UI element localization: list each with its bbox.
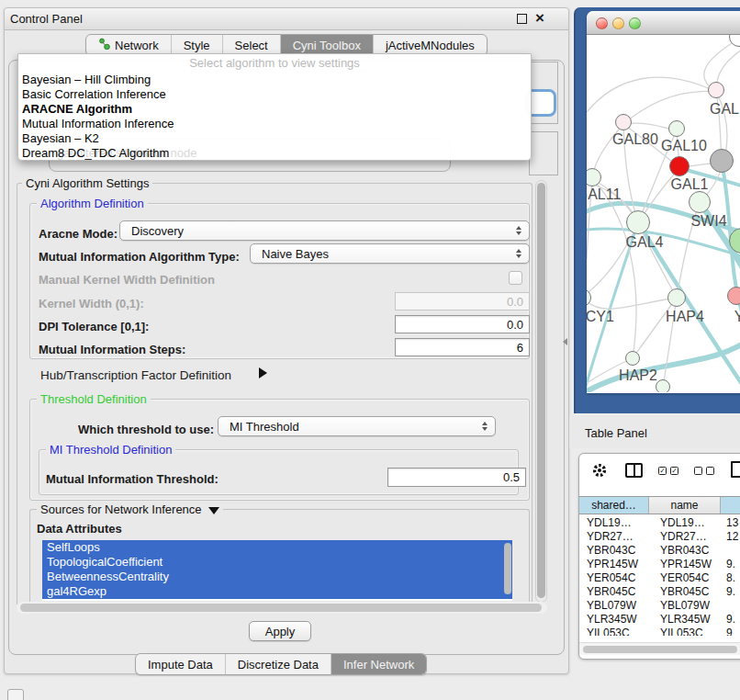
table-row[interactable]: YDL19…YDL19…13 [579, 516, 740, 530]
column-header[interactable]: name [649, 497, 721, 514]
data-attributes-list[interactable]: SelfLoopsTopologicalCoefficientBetweenne… [42, 540, 512, 601]
apply-button[interactable]: Apply [249, 621, 311, 641]
tab-impute-data[interactable]: Impute Data [136, 654, 225, 674]
network-node[interactable] [710, 149, 734, 173]
uncheck-all-icon[interactable] [706, 467, 714, 475]
mi-threshold-label: Mutual Information Threshold: [46, 472, 219, 486]
table-row[interactable]: YER054CYER054C8. [579, 571, 740, 585]
network-node-swi4[interactable] [689, 191, 711, 213]
check-all-icon[interactable]: ✓ [670, 467, 678, 475]
bottom-tabbar: Impute DataDiscretize DataInfer Network [135, 653, 427, 675]
float-window-icon[interactable] [517, 14, 527, 24]
panel-title: Control Panel [10, 12, 83, 26]
network-node-hap4[interactable] [667, 288, 686, 307]
table-cell: YER054C [579, 571, 649, 585]
mi-algorithm-type-select[interactable]: Naive Bayes [250, 243, 530, 264]
mi-algorithm-type-label: Mutual Information Algorithm Type: [39, 250, 240, 264]
algorithm-option[interactable]: Basic Correlation Inference [18, 87, 531, 102]
network-node-gal[interactable] [708, 82, 724, 98]
threshold-definition-title: Threshold Definition [37, 392, 151, 406]
network-node-gal1[interactable] [669, 156, 690, 176]
algorithm-option[interactable]: Mutual Information Inference [18, 117, 531, 131]
manual-kernel-width-checkbox[interactable] [509, 271, 522, 285]
attribute-item[interactable]: gal4RGexp [42, 584, 512, 599]
network-icon [98, 38, 110, 52]
network-node-gal10[interactable] [668, 120, 685, 137]
table-row[interactable]: YBL079WYBL079W [579, 599, 740, 613]
table-cell [721, 544, 740, 558]
mi-threshold-input[interactable] [387, 468, 526, 487]
network-window: GALGAL80GAL10GAL1GAL11SWI4GAL4GCY1HAP4YH… [587, 11, 740, 393]
network-window-titlebar[interactable] [587, 11, 740, 35]
settings-vertical-scrollbar[interactable] [535, 180, 547, 603]
collapse-arrow-icon[interactable] [208, 507, 219, 514]
sources-title[interactable]: Sources for Network Inference [37, 502, 223, 516]
table-cell: YDR27… [649, 530, 721, 544]
close-icon[interactable]: × [535, 9, 544, 28]
algorithm-option[interactable]: Bayesian – Hill Climbing [18, 73, 531, 87]
column-header[interactable] [721, 497, 740, 514]
table-cell: 8. [721, 571, 740, 585]
node-label: GAL [710, 101, 739, 118]
table-row[interactable]: YDR27…YDR27…12 [579, 530, 740, 544]
table-row[interactable]: YBR045CYBR045C9. [579, 585, 740, 599]
expand-arrow-icon[interactable] [259, 367, 267, 378]
attributes-scrollbar[interactable] [504, 543, 511, 594]
network-canvas[interactable]: GALGAL80GAL10GAL1GAL11SWI4GAL4GCY1HAP4YH… [587, 35, 740, 392]
network-node[interactable] [656, 379, 670, 392]
which-threshold-select[interactable]: MI Threshold [218, 416, 496, 436]
attribute-item[interactable]: SelfLoops [42, 540, 512, 555]
tab-label: Network [115, 39, 159, 52]
dpi-tolerance-input[interactable] [395, 315, 530, 333]
hub-section-label[interactable]: Hub/Transcription Factor Definition [40, 368, 231, 382]
document-icon[interactable] [731, 461, 740, 478]
table-panel-title: Table Panel [585, 426, 647, 440]
collapsed-panel-button[interactable] [7, 689, 24, 700]
table-cell: YBR045C [649, 585, 721, 599]
gear-icon[interactable] [590, 461, 609, 483]
close-traffic-light[interactable] [596, 17, 608, 29]
algorithm-option[interactable]: Bayesian – K2 [18, 131, 531, 146]
node-label: HAP4 [666, 309, 704, 325]
zoom-traffic-light[interactable] [629, 17, 641, 29]
table-cell [721, 599, 740, 613]
minimize-traffic-light[interactable] [612, 17, 624, 29]
attribute-item[interactable]: TopologicalCoefficient [42, 555, 512, 570]
network-node-gal4[interactable] [626, 210, 650, 234]
algorithm-option[interactable]: Dream8 DC_TDC Algorithm [18, 146, 531, 161]
settings-horizontal-scrollbar[interactable] [17, 602, 547, 614]
table-cell: 9. [721, 585, 740, 599]
which-threshold-value: MI Threshold [230, 420, 299, 434]
tab-jactivemnodules[interactable]: jActiveMNodules [373, 35, 487, 55]
control-panel-window: Control Panel × NetworkStyleSelectCyni T… [4, 7, 569, 674]
aracne-mode-value: Discovery [131, 224, 184, 238]
network-node-gal80[interactable] [615, 114, 632, 130]
tab-infer-network[interactable]: Infer Network [331, 654, 426, 674]
tab-network[interactable]: Network [86, 35, 171, 55]
cyni-algorithm-settings-title: Cyni Algorithm Settings [22, 176, 152, 190]
column-header[interactable]: shared… [579, 497, 649, 514]
network-node-y[interactable] [727, 287, 740, 305]
aracne-mode-select[interactable]: Discovery [119, 220, 530, 241]
split-pane-handle-icon[interactable] [563, 338, 567, 345]
tab-label: jActiveMNodules [386, 39, 475, 52]
table-horizontal-scrollbar[interactable] [579, 642, 740, 655]
table-row[interactable]: YPR145WYPR145W9. [579, 558, 740, 571]
node-label: GAL11 [587, 186, 621, 203]
tab-select[interactable]: Select [222, 35, 280, 55]
tab-cyni-toolbox[interactable]: Cyni Toolbox [280, 35, 373, 55]
tab-discretize-data[interactable]: Discretize Data [225, 654, 331, 674]
mi-steps-input[interactable] [395, 338, 530, 356]
kernel-width-input[interactable] [395, 292, 530, 310]
table-row[interactable]: YIL053CYIL053C9 [579, 627, 740, 636]
table-row[interactable]: YBR043CYBR043C [579, 544, 740, 558]
check-all-icon[interactable]: ✓ [658, 467, 667, 475]
table-row[interactable]: YLR345WYLR345W9. [579, 613, 740, 627]
split-view-icon[interactable] [625, 463, 643, 478]
tab-style[interactable]: Style [171, 35, 222, 55]
attribute-item[interactable]: BetweennessCentrality [42, 570, 512, 584]
uncheck-all-icon[interactable] [694, 467, 702, 475]
network-node-hap2[interactable] [625, 351, 640, 366]
algorithm-option[interactable]: ARACNE Algorithm [18, 102, 531, 117]
node-label: Y [734, 309, 740, 325]
